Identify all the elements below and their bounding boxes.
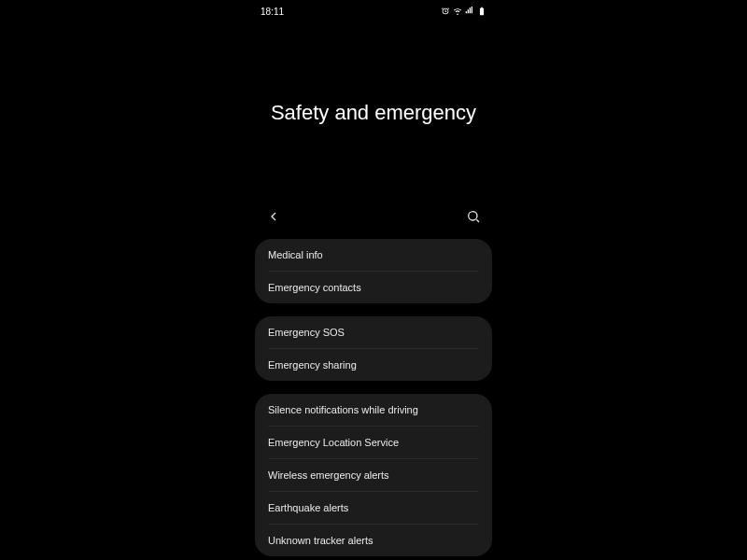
toolbar xyxy=(251,207,496,226)
alarm-icon xyxy=(441,7,450,16)
phone-screen: 18:11 Safety and emergency Medical info xyxy=(251,0,496,560)
settings-item-emergency-contacts[interactable]: Emergency contacts xyxy=(255,272,492,303)
svg-point-0 xyxy=(469,212,477,220)
status-icons xyxy=(441,7,486,16)
settings-item-medical-info[interactable]: Medical info xyxy=(255,239,492,271)
settings-item-silence-driving[interactable]: Silence notifications while driving xyxy=(255,394,492,426)
back-button[interactable] xyxy=(264,207,283,226)
signal-icon xyxy=(465,7,474,16)
status-time: 18:11 xyxy=(261,7,284,17)
settings-item-earthquake-alerts[interactable]: Earthquake alerts xyxy=(255,492,492,524)
battery-icon xyxy=(477,7,486,16)
status-bar: 18:11 xyxy=(251,0,496,19)
settings-item-unknown-tracker[interactable]: Unknown tracker alerts xyxy=(255,525,492,556)
settings-group: Medical info Emergency contacts xyxy=(255,239,492,303)
settings-group: Silence notifications while driving Emer… xyxy=(255,394,492,556)
page-title: Safety and emergency xyxy=(251,101,496,125)
search-button[interactable] xyxy=(464,207,483,226)
wifi-icon xyxy=(453,7,462,16)
settings-item-wireless-alerts[interactable]: Wireless emergency alerts xyxy=(255,459,492,491)
settings-item-emergency-sharing[interactable]: Emergency sharing xyxy=(255,349,492,381)
settings-group: Emergency SOS Emergency sharing xyxy=(255,316,492,381)
settings-item-emergency-sos[interactable]: Emergency SOS xyxy=(255,316,492,348)
settings-item-emergency-location[interactable]: Emergency Location Service xyxy=(255,427,492,458)
